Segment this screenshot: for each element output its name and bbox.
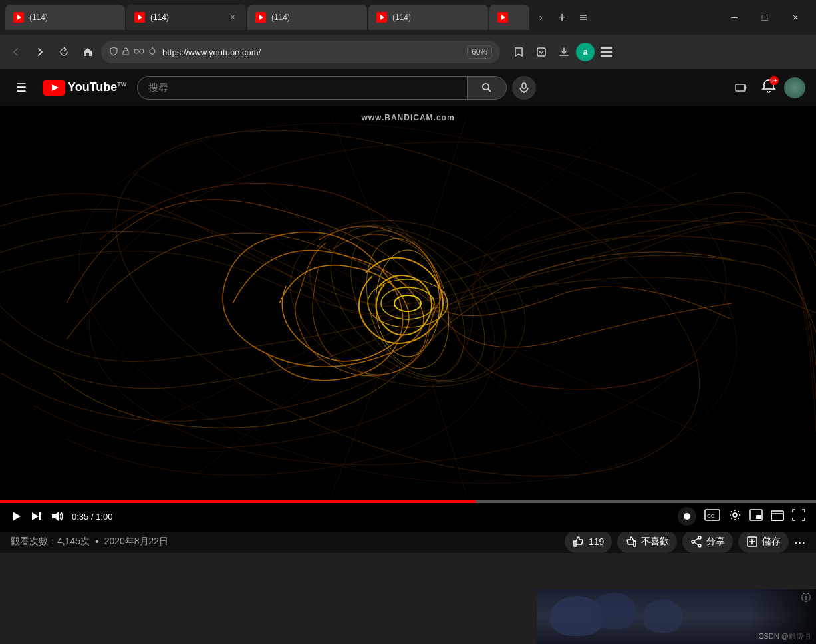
svg-point-58 xyxy=(692,540,694,543)
autoplay-toggle[interactable] xyxy=(678,507,696,526)
extensions-icon xyxy=(148,47,157,58)
svg-rect-10 xyxy=(123,51,128,55)
tab-bar: (114) (114) × (114) xyxy=(0,0,816,35)
video-meta: 觀看次數：4,145次 • 2020年8月22日 119 不喜歡 xyxy=(11,530,805,553)
video-actions: 119 不喜歡 分享 xyxy=(565,530,805,553)
play-pause-button[interactable] xyxy=(11,510,23,522)
youtube-region: TW xyxy=(117,81,126,88)
svg-marker-45 xyxy=(32,512,39,520)
volume-button[interactable] xyxy=(51,510,64,522)
svg-marker-47 xyxy=(52,512,59,521)
svg-point-57 xyxy=(698,544,701,547)
svg-text:CC: CC xyxy=(707,513,715,519)
svg-rect-24 xyxy=(522,83,526,88)
svg-rect-54 xyxy=(771,511,783,520)
save-label: 儲存 xyxy=(762,536,781,548)
upload-date: 2020年8月22日 xyxy=(104,536,169,548)
tab-title-1: (114) xyxy=(29,13,117,22)
tab-favicon-2 xyxy=(134,12,145,23)
close-button[interactable]: × xyxy=(780,5,811,29)
svg-line-60 xyxy=(694,542,698,545)
browser-tab-3[interactable]: (114) xyxy=(247,5,367,30)
new-tab-button[interactable]: + xyxy=(552,7,572,27)
theater-button[interactable] xyxy=(771,509,784,524)
url-security-icons xyxy=(109,47,157,58)
window-controls: ─ □ × xyxy=(719,5,811,29)
video-frame[interactable]: www.BANDICAM.com xyxy=(0,106,816,500)
refresh-button[interactable] xyxy=(53,41,74,63)
svg-rect-18 xyxy=(601,47,612,49)
right-controls: CC xyxy=(678,507,805,526)
download-icon[interactable] xyxy=(553,41,575,63)
more-actions-button[interactable]: ··· xyxy=(794,534,805,550)
tab-title-4: (114) xyxy=(392,13,480,22)
zoom-level[interactable]: 60% xyxy=(467,45,492,59)
shield-icon xyxy=(109,47,118,58)
youtube-logo-text: YouTubeTW xyxy=(68,80,126,94)
amazon-icon[interactable]: a xyxy=(576,43,595,61)
bookmark-icon[interactable] xyxy=(508,41,529,63)
bandicam-watermark: www.BANDICAM.com xyxy=(361,113,454,122)
forward-button[interactable] xyxy=(29,41,51,63)
like-button[interactable]: 119 xyxy=(565,530,612,553)
browser-tab-1[interactable]: (114) xyxy=(5,5,125,30)
tab-title-3: (114) xyxy=(271,13,359,22)
tracking-icon xyxy=(133,47,145,58)
url-bar[interactable]: https://www.youtube.com/ 60% xyxy=(101,41,500,63)
svg-line-59 xyxy=(694,538,698,541)
tab-close-2[interactable]: × xyxy=(227,12,238,23)
next-button[interactable] xyxy=(31,510,43,522)
related-thumbnail[interactable]: CSDN @賴博伯 ⓘ xyxy=(537,589,816,644)
lock-icon xyxy=(121,47,130,58)
svg-rect-55 xyxy=(771,514,783,520)
share-button[interactable]: 分享 xyxy=(682,530,733,553)
time-display: 0:35 / 1:00 xyxy=(72,512,112,522)
browser-tab-5[interactable] xyxy=(489,5,529,30)
settings-button[interactable] xyxy=(728,508,742,525)
svg-rect-19 xyxy=(601,51,612,53)
like-count: 119 xyxy=(589,536,604,547)
menu-button[interactable] xyxy=(596,41,617,63)
save-button[interactable]: 儲存 xyxy=(738,530,789,553)
search-button[interactable] xyxy=(467,76,507,100)
maximize-button[interactable]: □ xyxy=(749,5,780,29)
create-button[interactable] xyxy=(728,78,753,98)
video-controls: 0:35 / 1:00 CC xyxy=(0,500,816,532)
browser-tab-2[interactable]: (114) × xyxy=(126,5,246,30)
svg-point-51 xyxy=(733,513,737,517)
svg-rect-17 xyxy=(537,48,545,56)
search-input[interactable] xyxy=(137,76,467,100)
voice-search-button[interactable] xyxy=(512,76,536,100)
toolbar-icons: a xyxy=(508,41,617,63)
svg-rect-26 xyxy=(736,84,745,91)
url-text: https://www.youtube.com/ xyxy=(162,47,462,57)
info-icon[interactable]: ⓘ xyxy=(801,592,811,604)
youtube-logo[interactable]: YouTubeTW xyxy=(43,80,126,96)
hamburger-menu[interactable]: ☰ xyxy=(11,75,32,100)
tab-list-button[interactable] xyxy=(573,7,593,27)
home-button[interactable] xyxy=(77,41,98,63)
svg-point-22 xyxy=(483,84,489,90)
header-right: 9+ xyxy=(728,76,805,99)
back-button[interactable] xyxy=(5,41,27,63)
dislike-button[interactable]: 不喜歡 xyxy=(617,530,677,553)
notifications-button[interactable]: 9+ xyxy=(759,76,779,99)
miniplayer-button[interactable] xyxy=(749,509,763,524)
tab-scroll-right[interactable]: › xyxy=(531,7,551,27)
tab-title-2: (114) xyxy=(150,13,222,22)
progress-bar[interactable] xyxy=(0,500,816,503)
svg-line-23 xyxy=(488,89,491,92)
pocket-icon[interactable] xyxy=(531,41,552,63)
captions-button[interactable]: CC xyxy=(704,509,720,524)
svg-marker-27 xyxy=(745,86,746,89)
video-player: www.BANDICAM.com 0:35 / xyxy=(0,106,816,500)
browser-tab-4[interactable]: (114) xyxy=(368,5,488,30)
svg-rect-53 xyxy=(756,515,761,519)
user-avatar[interactable] xyxy=(784,77,805,98)
dot-separator: • xyxy=(95,536,99,548)
minimize-button[interactable]: ─ xyxy=(719,5,749,29)
progress-fill xyxy=(0,500,476,503)
address-bar: https://www.youtube.com/ 60% a xyxy=(0,35,816,69)
fullscreen-button[interactable] xyxy=(792,509,805,524)
svg-marker-21 xyxy=(52,84,59,91)
